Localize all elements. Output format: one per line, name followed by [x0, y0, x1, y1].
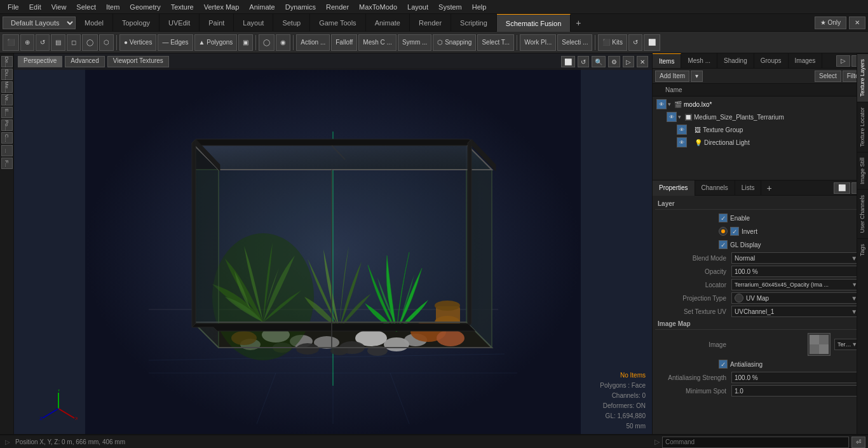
expand-icon-btn[interactable]: ⬜ [644, 34, 660, 51]
mesh-btn[interactable]: Mesh C ... [358, 34, 397, 51]
props-expand-btn[interactable]: ⬜ [834, 182, 850, 194]
command-input[interactable] [662, 437, 849, 448]
invert-radio-icon[interactable] [719, 227, 728, 236]
tab-add[interactable]: + [571, 14, 586, 32]
menu-dynamics[interactable]: Dynamics [280, 3, 321, 11]
tex-tab-layers[interactable]: Texture Layers [857, 53, 868, 102]
tab-shading[interactable]: Shading [717, 53, 754, 68]
enable-checkbox[interactable]: ✓ Enable [719, 214, 750, 222]
menu-render[interactable]: Render [321, 3, 354, 11]
sidebar-item-ver[interactable]: Ve... [1, 94, 13, 105]
perspective-tab[interactable]: Perspective [18, 56, 62, 67]
vp-close-btn[interactable]: ✕ [637, 56, 648, 67]
tab-paint[interactable]: Paint [200, 14, 234, 32]
menu-vertex-map[interactable]: Vertex Map [199, 3, 245, 11]
pivot-btn[interactable]: ⬛ [3, 34, 19, 51]
antialiasing-check-icon[interactable]: ✓ [719, 360, 728, 369]
polygons-btn[interactable]: ▲ Polygons [194, 34, 238, 51]
falloff-btn[interactable]: Falloff [331, 34, 357, 51]
close-btn[interactable]: ✕ [849, 17, 865, 29]
workplane-btn[interactable]: Work Pl... [520, 34, 556, 51]
menu-texture[interactable]: Texture [166, 3, 199, 11]
opacity-value[interactable]: 100.0 % ⊕ [731, 266, 865, 277]
select-btn[interactable]: Select [815, 71, 841, 82]
tex-tab-user-channels[interactable]: User Channels [857, 189, 868, 238]
symmetry-btn[interactable]: Symm ... [398, 34, 431, 51]
advanced-tab[interactable]: Advanced [65, 56, 104, 67]
tree-item-plants[interactable]: 👁 ▾ 🔲 Medium_Size_Plants_Terrarium [654, 111, 867, 123]
eye-plants[interactable]: 👁 [667, 112, 677, 122]
menu-file[interactable]: File [3, 3, 24, 11]
props-tab-add[interactable]: + [761, 183, 776, 193]
sidebar-item-mes[interactable]: Me... [1, 81, 13, 93]
menu-geometry[interactable]: Geometry [125, 3, 165, 11]
layout-dropdown[interactable]: Default Layouts [3, 17, 76, 29]
tree-item-dir-light[interactable]: 👁 💡 Directional Light [654, 136, 867, 149]
box-tool-btn[interactable]: ◻ [67, 34, 81, 51]
viewport-textures-tab[interactable]: Viewport Textures [107, 56, 169, 67]
menu-help[interactable]: Help [467, 3, 492, 11]
sidebar-item-pol[interactable]: Po... [1, 119, 13, 131]
gl-display-check-icon[interactable]: ✓ [719, 240, 728, 249]
status-arrow[interactable]: ▷ [5, 438, 10, 445]
menu-animate[interactable]: Animate [244, 3, 280, 11]
vp-zoom-btn[interactable]: 🔍 [592, 56, 606, 67]
props-tab-lists[interactable]: Lists [735, 180, 762, 196]
panel-expand-btn[interactable]: ▷ [836, 55, 850, 67]
tab-setup[interactable]: Setup [273, 14, 310, 32]
sidebar-item-de[interactable]: De... [1, 56, 13, 67]
set-texture-uv-value[interactable]: UVChannel_1 ▼ [731, 306, 865, 317]
tab-animate[interactable]: Animate [366, 14, 410, 32]
antialiasing-checkbox[interactable]: ✓ Antialiasing [719, 360, 763, 369]
vp-play-btn[interactable]: ▷ [623, 56, 634, 67]
proj-radio[interactable] [735, 294, 743, 302]
tool1-btn[interactable]: ◯ [259, 34, 275, 51]
action-btn[interactable]: Action ... [296, 34, 330, 51]
sphere-tool-btn[interactable]: ◯ [82, 34, 98, 51]
tab-items[interactable]: Items [653, 53, 681, 68]
select-rect-btn[interactable]: ▤ [51, 34, 65, 51]
viewport[interactable]: Perspective Advanced Viewport Textures ⬜… [14, 53, 652, 434]
tree-item-modo-lxo[interactable]: 👁 ▾ 🎬 modo.lxo* [654, 98, 867, 111]
tab-model[interactable]: Model [76, 14, 113, 32]
menu-edit[interactable]: Edit [24, 3, 46, 11]
vp-expand-btn[interactable]: ⬜ [561, 56, 575, 67]
kits-btn[interactable]: ⬛ Kits [598, 34, 627, 51]
tab-mesh[interactable]: Mesh ... [681, 53, 717, 68]
tab-topology[interactable]: Topology [113, 14, 159, 32]
eye-texture-group[interactable]: 👁 [677, 125, 687, 135]
sidebar-item-e[interactable]: E... [1, 107, 13, 118]
eye-modo-lxo[interactable]: 👁 [656, 99, 667, 109]
antialiasing-strength-value[interactable]: 100.0 % ⊕ [731, 372, 865, 383]
enable-check-icon[interactable]: ✓ [719, 214, 728, 222]
command-execute-btn[interactable]: ⏎ [851, 437, 865, 448]
menu-select[interactable]: Select [71, 3, 101, 11]
locator-value[interactable]: Terrarium_60x45x45_Opacity (Ima ... ▼ [731, 279, 865, 290]
tree-item-texture-group[interactable]: 👁 🖼 Texture Group [654, 123, 867, 136]
select-tool-btn[interactable]: Select T... [477, 34, 514, 51]
props-tab-properties[interactable]: Properties [653, 180, 695, 196]
tab-layout[interactable]: Layout [234, 14, 273, 32]
menu-maxtomode[interactable]: MaxToModo [354, 3, 402, 11]
tab-schematic-fusion[interactable]: Schematic Fusion [497, 14, 571, 32]
sidebar-item-c[interactable]: C... [1, 132, 13, 144]
tab-images[interactable]: Images [789, 53, 823, 68]
rotate-btn[interactable]: ↺ [36, 34, 50, 51]
blend-mode-value[interactable]: Normal ▼ [731, 252, 865, 264]
props-tab-channels[interactable]: Channels [695, 180, 735, 196]
menu-layout[interactable]: Layout [402, 3, 433, 11]
tool2-btn[interactable]: ◉ [276, 34, 290, 51]
menu-system[interactable]: System [433, 3, 467, 11]
vertices-btn[interactable]: ● Vertices [119, 34, 156, 51]
menu-item[interactable]: Item [101, 3, 125, 11]
tab-groups[interactable]: Groups [754, 53, 789, 68]
sidebar-item-dot[interactable]: ... [1, 145, 13, 156]
eye-dir-light[interactable]: 👁 [677, 137, 687, 147]
vp-rotate-btn[interactable]: ↺ [578, 56, 589, 67]
tex-tab-image-still[interactable]: Image Still [857, 152, 868, 189]
tab-scripting[interactable]: Scripting [451, 14, 497, 32]
mode-btn[interactable]: ▣ [238, 34, 253, 51]
edges-btn[interactable]: — Edges [158, 34, 193, 51]
tex-tab-locator[interactable]: Texture Locator [857, 102, 868, 152]
tex-tab-tags[interactable]: Tags [857, 238, 868, 261]
